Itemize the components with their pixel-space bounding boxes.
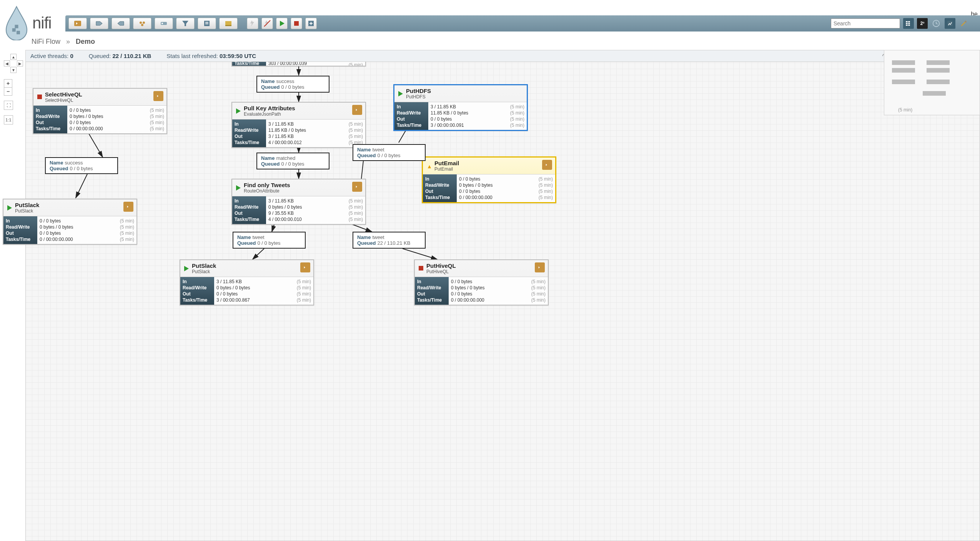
refreshed-value: 03:59:50 UTC [220,53,256,59]
processor-putemail[interactable]: PutEmailPutEmail InRead/WriteOutTasks/Ti… [422,156,556,203]
processor-putslack-left[interactable]: PutSlackPutSlack InRead/WriteOutTasks/Ti… [3,199,137,245]
nifi-drop-icon [3,6,30,40]
pan-up-button[interactable]: ▲ [10,54,17,60]
processor-type: RouteOnAttribute [244,188,290,194]
stat-label: In [417,279,446,285]
stat-label: Out [417,291,446,297]
stat-label: Tasks/Time [417,297,446,303]
processor-puthdfs[interactable]: PutHDFSPutHDFS InRead/WriteOutTasks/Time… [393,84,528,131]
connection-matched[interactable]: Namematched Queued0 / 0 bytes [256,153,329,169]
time-window: (5 min) [531,279,546,285]
processor-title: PutSlack [15,202,39,208]
svg-line-33 [76,174,87,198]
search-input[interactable] [831,18,900,28]
flow-canvas[interactable]: Active threads: 0 Queued: 22 / 110.21 KB… [25,50,980,541]
stat-label: Read/Write [36,113,65,119]
processor-type: SelectHiveQL [45,98,82,103]
processor-find-only-tweets[interactable]: Find only TweetsRouteOnAttribute InRead/… [231,179,366,225]
breadcrumb-root[interactable]: NiFi Flow [32,38,60,45]
counters-icon[interactable]: 2³ [917,18,928,29]
svg-rect-2 [15,25,18,28]
time-window: (5 min) [297,291,311,297]
connection-tweet-left[interactable]: Nametweet Queued0 / 0 bytes [233,232,306,249]
queued-label: Queued: [89,53,111,59]
time-window: (5 min) [349,198,363,204]
processor-icon [300,262,310,272]
tb-enable-icon[interactable] [247,18,258,29]
tb-input-port-icon[interactable] [90,18,108,29]
processor-title: SelectHiveQL [45,91,82,98]
conn-queued: 0 / 0 bytes [70,166,93,171]
processor-type: PutHDFS [406,94,431,100]
zoom-actual-button[interactable]: 1:1 [4,115,13,124]
time-window: (5 min) [510,122,524,128]
processor-icon [153,91,163,101]
conn-label: Name [261,155,275,161]
connection-success-left[interactable]: Namesuccess Queued0 / 0 bytes [45,157,118,174]
time-window: (5 min) [297,285,311,291]
state-invalid-icon [427,163,432,169]
logo-text: nifi [32,14,52,32]
tb-funnel-icon[interactable] [176,18,195,29]
processor-type: EvaluateJsonPath [244,111,295,117]
tb-disable-icon[interactable] [261,18,273,29]
refreshed-label: Stats last refreshed: [166,53,218,59]
conn-name: success [65,160,83,166]
summary-icon[interactable] [903,18,914,29]
pan-down-button[interactable]: ▼ [10,67,17,73]
zoom-out-button[interactable]: − [4,87,12,96]
zoom-in-button[interactable]: + [4,79,12,88]
time-window: (5 min) [150,113,164,119]
connection-success-top[interactable]: Namesuccess Queued0 / 0 bytes [256,76,329,93]
svg-rect-15 [294,21,299,26]
svg-rect-20 [908,23,910,24]
conn-name: tweet [252,234,264,240]
connection-tweet-right[interactable]: Nametweet Queued22 / 110.21 KB [353,232,426,249]
conn-label: Name [261,78,275,84]
conn-queued: 22 / 110.21 KB [377,240,410,246]
processor-title: PutHiveQL [426,262,456,269]
settings-icon[interactable] [958,18,969,29]
tb-process-group-icon[interactable] [133,18,151,29]
conn-name: success [276,78,294,84]
stat-label: In [6,218,35,224]
tb-start-icon[interactable] [276,18,288,29]
processor-putslack-mid[interactable]: PutSlackPutSlack InRead/WriteOutTasks/Ti… [180,259,314,305]
birdseye-panel[interactable]: (5 min) [884,50,980,115]
tb-create-template-icon[interactable] [305,18,317,29]
conn-name: tweet [372,234,384,240]
queued-value: 22 / 110.21 KB [112,53,151,59]
conn-name: matched [276,155,295,161]
pan-left-button[interactable]: ◀ [4,60,10,66]
pan-right-button[interactable]: ▶ [17,60,23,66]
stat-label: Out [397,116,426,122]
svg-rect-17 [906,21,908,22]
state-running-icon [7,205,13,211]
stat-label: Read/Write [397,110,426,116]
connection-tweet-hdfs[interactable]: Nametweet Queued0 / 0 bytes [353,144,426,161]
provenance-icon[interactable] [945,18,955,29]
tb-output-port-icon[interactable] [111,18,130,29]
processor-puthiveql[interactable]: PutHiveQLPutHiveQL InRead/WriteOutTasks/… [414,259,549,305]
tb-remote-group-icon[interactable] [155,18,173,29]
tb-template-icon[interactable] [198,18,216,29]
history-icon[interactable] [931,18,942,29]
time-window: (5 min) [349,216,363,222]
processor-pull-key-attributes[interactable]: Pull Key AttributesEvaluateJsonPath InRe… [231,102,366,148]
svg-rect-10 [205,22,208,23]
conn-queued: 0 / 0 bytes [257,240,280,246]
tb-stop-icon[interactable] [291,18,302,29]
tb-label-icon[interactable] [219,18,238,29]
processor-type: PutSlack [192,269,216,274]
tb-processor-icon[interactable] [68,18,87,29]
breadcrumb: NiFi Flow » Demo [32,38,95,46]
zoom-fit-button[interactable]: ⛶ [4,101,13,110]
processor-type: PutSlack [15,208,39,214]
breadcrumb-current: Demo [76,38,95,45]
time-window: (5 min) [510,104,524,110]
time-window: (5 min) [120,236,134,242]
processor-selecthiveql[interactable]: SelectHiveQLSelectHiveQL InRead/WriteOut… [33,88,167,134]
stat-label: In [397,104,426,110]
conn-label: Queued [357,153,376,158]
processor-icon [535,262,545,272]
